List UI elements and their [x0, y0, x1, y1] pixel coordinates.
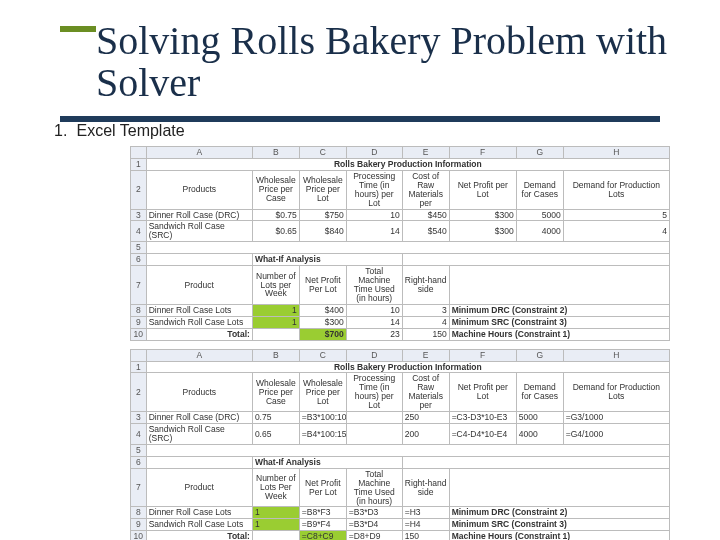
col-E: E — [402, 147, 449, 159]
decision-drc: 1 — [252, 304, 299, 316]
empty — [402, 254, 669, 266]
col-C: C — [299, 349, 346, 361]
cell: $840 — [299, 221, 346, 242]
bullet-item: 1. Excel Template — [54, 122, 680, 140]
row-num: 7 — [131, 266, 147, 305]
empty-row — [146, 444, 669, 456]
row-num: 3 — [131, 209, 147, 221]
col-H: H — [563, 349, 669, 361]
hdr-demand-cases: Demand for Cases — [516, 170, 563, 209]
cell: =C4-D4*10-E4 — [449, 424, 516, 445]
cell: 4000 — [516, 424, 563, 445]
row-num: 9 — [131, 316, 147, 328]
cell — [346, 412, 402, 424]
hdr-price-case: Wholesale Price per Case — [252, 170, 299, 209]
cell: $300 — [299, 316, 346, 328]
cell: $750 — [299, 209, 346, 221]
cell: 10 — [346, 209, 402, 221]
hdr-price-lot: Wholesale Price per Lot — [299, 170, 346, 209]
constraint-2-label: Minimum DRC (Constraint 2) — [449, 507, 669, 519]
col-H: H — [563, 147, 669, 159]
constraint-1-label: Machine Hours (Constraint 1) — [449, 531, 669, 540]
col-G: G — [516, 147, 563, 159]
whatif-title: What-If Analysis — [252, 456, 402, 468]
hdr-raw: Cost of Raw Materials per — [402, 373, 449, 412]
hdr-demand-lots: Demand for Production Lots — [563, 170, 669, 209]
cell: =B3*D4 — [346, 519, 402, 531]
empty — [252, 531, 299, 540]
empty — [449, 468, 669, 507]
hdr-product: Product — [146, 266, 252, 305]
hdr-raw: Cost of Raw Materials per — [402, 170, 449, 209]
col-A: A — [146, 147, 252, 159]
row-num: 1 — [131, 361, 147, 373]
hdr-proc-time: Processing Time (in hours) per Lot — [346, 373, 402, 412]
col-D: D — [346, 147, 402, 159]
row-num: 4 — [131, 424, 147, 445]
cell: =G4/1000 — [563, 424, 669, 445]
hdr-np: Net Profit Per Lot — [299, 468, 346, 507]
total-label: Total: — [146, 328, 252, 340]
src-label: Sandwich Roll Case (SRC) — [146, 221, 252, 242]
row-num: 5 — [131, 444, 147, 456]
decision-src: 1 — [252, 316, 299, 328]
col-G: G — [516, 349, 563, 361]
row-num: 1 — [131, 158, 147, 170]
src-lots-label: Sandwich Roll Case Lots — [146, 519, 252, 531]
hdr-product: Product — [146, 468, 252, 507]
col-B: B — [252, 147, 299, 159]
cell: $300 — [449, 221, 516, 242]
cell: 0.65 — [252, 424, 299, 445]
hdr-proc-time: Processing Time (in hours) per Lot — [346, 170, 402, 209]
hdr-np: Net Profit Per Lot — [299, 266, 346, 305]
cell: 5000 — [516, 209, 563, 221]
empty — [402, 456, 669, 468]
constraint-3-label: Minimum SRC (Constraint 3) — [449, 519, 669, 531]
row-num: 6 — [131, 254, 147, 266]
row-num: 3 — [131, 412, 147, 424]
whatif-title: What-If Analysis — [252, 254, 402, 266]
total-label: Total: — [146, 531, 252, 540]
sheet-title: Rolls Bakery Production Information — [146, 158, 669, 170]
accent-rule — [60, 26, 96, 32]
hdr-rhs: Right-hand side — [402, 468, 449, 507]
cell: =B4*100:15 — [299, 424, 346, 445]
total-time: =D8+D9 — [346, 531, 402, 540]
spreadsheet-images: A B C D E F G H 1Rolls Bakery Production… — [130, 146, 670, 540]
cell: =H4 — [402, 519, 449, 531]
cell: 5000 — [516, 412, 563, 424]
empty — [449, 266, 669, 305]
cell: =B8*F3 — [299, 507, 346, 519]
constraint-2-label: Minimum DRC (Constraint 2) — [449, 304, 669, 316]
bullet-number: 1. — [54, 122, 72, 140]
empty — [146, 456, 252, 468]
cell: 10 — [346, 304, 402, 316]
cell: $0.75 — [252, 209, 299, 221]
hdr-demand-cases: Demand for Cases — [516, 373, 563, 412]
row-num: 2 — [131, 373, 147, 412]
cell: $300 — [449, 209, 516, 221]
row-num: 10 — [131, 531, 147, 540]
col-C: C — [299, 147, 346, 159]
excel-values-table: A B C D E F G H 1Rolls Bakery Production… — [130, 146, 670, 341]
cell: 250 — [402, 412, 449, 424]
cell: =B3*100:10 — [299, 412, 346, 424]
cell: 4 — [563, 221, 669, 242]
src-label: Sandwich Roll Case (SRC) — [146, 424, 252, 445]
cell: $540 — [402, 221, 449, 242]
empty-row — [146, 242, 669, 254]
cell: 14 — [346, 316, 402, 328]
row-num: 5 — [131, 242, 147, 254]
col-B: B — [252, 349, 299, 361]
cell — [346, 424, 402, 445]
decision-src: 1 — [252, 519, 299, 531]
hdr-netprofit: Net Profit per Lot — [449, 170, 516, 209]
sheet-title: Rolls Bakery Production Information — [146, 361, 669, 373]
hdr-demand-lots: Demand for Production Lots — [563, 373, 669, 412]
hdr-price-case: Wholesale Price per Case — [252, 373, 299, 412]
row-num: 8 — [131, 304, 147, 316]
hdr-tmt: Total Machine Time Used (in hours) — [346, 468, 402, 507]
corner-cell — [131, 349, 147, 361]
hdr-tmt: Total Machine Time Used (in hours) — [346, 266, 402, 305]
cell: $0.65 — [252, 221, 299, 242]
